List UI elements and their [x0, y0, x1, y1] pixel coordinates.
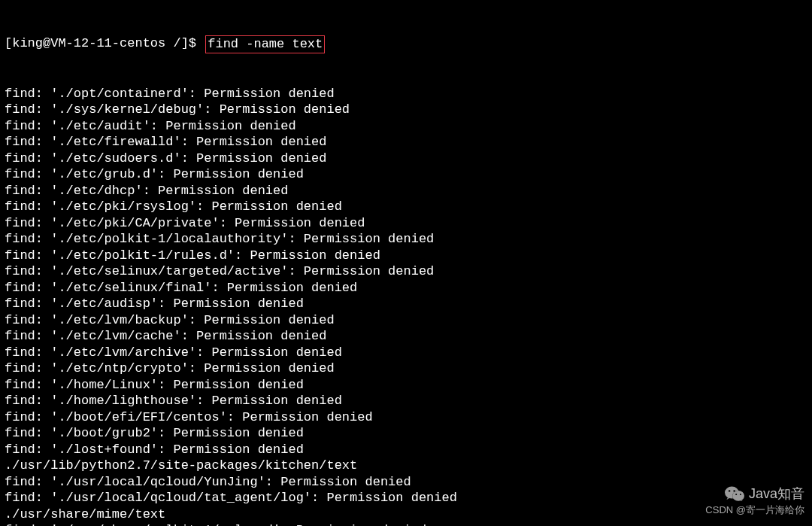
shell-prompt: [king@VM-12-11-centos /]$: [5, 35, 204, 52]
output-line: find: './etc/ntp/crypto': Permission den…: [5, 360, 807, 377]
output-line: find: './etc/selinux/targeted/active': P…: [5, 263, 807, 280]
output-line: find: './etc/sudoers.d': Permission deni…: [5, 151, 807, 167]
svg-point-3: [729, 491, 730, 492]
output-line: find: './etc/lvm/backup': Permission den…: [5, 312, 807, 329]
output-line: ./usr/lib/python2.7/site-packages/kitche…: [5, 458, 807, 474]
output-line: find: './etc/pki/rsyslog': Permission de…: [5, 199, 807, 215]
watermark-brand-row: Java知音: [705, 485, 804, 503]
output-line: find: './etc/audit': Permission denied: [5, 118, 807, 135]
output-line: find: './opt/containerd': Permission den…: [5, 86, 807, 102]
output-line: find: './usr/share/polkit-1/rules.d': Pe…: [5, 522, 807, 526]
watermark-brand: Java知音: [749, 485, 804, 503]
watermark-credit: CSDN @寄一片海给你: [705, 504, 804, 517]
output-line: find: './etc/firewalld': Permission deni…: [5, 134, 807, 151]
output-line: find: './home/lighthouse': Permission de…: [5, 393, 807, 409]
output-line: find: './etc/grub.d': Permission denied: [5, 166, 807, 183]
output-line: find: './lost+found': Permission denied: [5, 442, 807, 458]
terminal-output[interactable]: [king@VM-12-11-centos /]$ find -name tex…: [5, 3, 807, 526]
output-line: find: './etc/selinux/final': Permission …: [5, 280, 807, 296]
output-lines: find: './opt/containerd': Permission den…: [5, 86, 807, 527]
command-highlight: find -name text: [205, 35, 325, 53]
output-line: find: './etc/lvm/cache': Permission deni…: [5, 328, 807, 345]
output-line: find: './etc/polkit-1/rules.d': Permissi…: [5, 248, 807, 264]
output-line: find: './boot/grub2': Permission denied: [5, 425, 807, 442]
output-line: find: './home/Linux': Permission denied: [5, 377, 807, 394]
output-line: find: './usr/local/qcloud/tat_agent/log'…: [5, 490, 807, 506]
output-line: find: './sys/kernel/debug': Permission d…: [5, 102, 807, 118]
svg-point-4: [733, 491, 735, 492]
output-line: find: './etc/dhcp': Permission denied: [5, 183, 807, 199]
prompt-line: [king@VM-12-11-centos /]$ find -name tex…: [5, 35, 807, 53]
output-line: find: './usr/local/qcloud/YunJing': Perm…: [5, 474, 807, 491]
output-line: find: './etc/pki/CA/private': Permission…: [5, 215, 807, 232]
output-line: find: './etc/lvm/archive': Permission de…: [5, 345, 807, 361]
svg-point-6: [740, 494, 741, 495]
output-line: ./usr/share/mime/text: [5, 506, 807, 523]
output-line: find: './etc/audisp': Permission denied: [5, 296, 807, 312]
wechat-icon: [725, 485, 744, 502]
output-line: find: './etc/polkit-1/localauthority': P…: [5, 231, 807, 248]
watermark: Java知音 CSDN @寄一片海给你: [705, 485, 804, 517]
svg-point-5: [735, 494, 737, 495]
svg-point-2: [732, 491, 744, 501]
output-line: find: './boot/efi/EFI/centos': Permissio…: [5, 409, 807, 426]
